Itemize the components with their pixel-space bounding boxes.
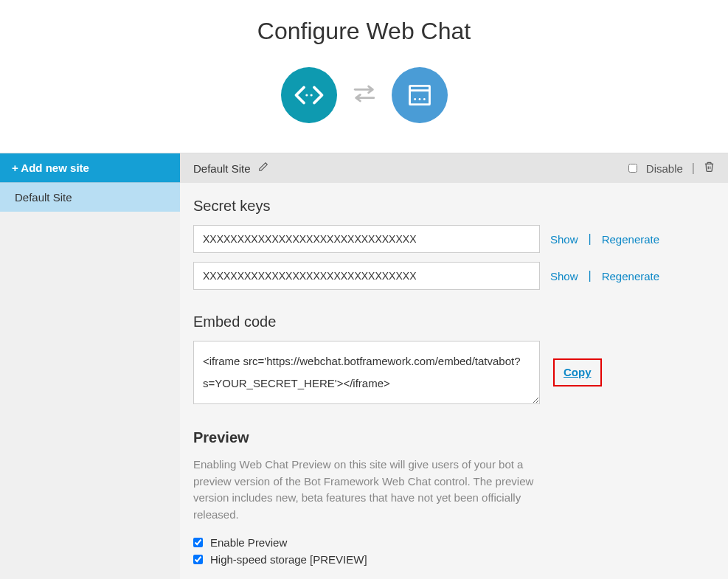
svg-point-1 <box>310 94 312 96</box>
high-speed-storage-checkbox[interactable] <box>193 555 203 564</box>
regenerate-key-2-link[interactable]: Regenerate <box>602 270 659 282</box>
show-key-2-link[interactable]: Show <box>550 270 578 282</box>
page-title: Configure Web Chat <box>0 0 728 67</box>
svg-point-0 <box>305 94 308 96</box>
svg-point-7 <box>418 98 420 100</box>
secret-key-row: Show | Regenerate <box>193 225 715 253</box>
preview-description: Enabling Web Chat Preview on this site w… <box>193 457 562 523</box>
content-header: Default Site Disable | <box>180 153 728 183</box>
preview-title: Preview <box>193 429 715 446</box>
embed-code-textarea[interactable]: <iframe src='https://webchat.botframewor… <box>193 341 540 404</box>
separator: | <box>589 269 592 282</box>
secret-keys-title: Secret keys <box>193 198 715 215</box>
regenerate-key-1-link[interactable]: Regenerate <box>602 233 659 246</box>
svg-rect-4 <box>409 86 429 104</box>
secret-key-input-2[interactable] <box>193 262 540 290</box>
secret-key-input-1[interactable] <box>193 225 540 253</box>
disable-checkbox[interactable] <box>628 164 637 173</box>
delete-icon[interactable] <box>704 161 715 176</box>
main-container: + Add new site Default Site Default Site… <box>0 153 728 579</box>
edit-icon[interactable] <box>258 162 268 175</box>
header-icon-row <box>0 67 728 153</box>
high-speed-storage-label: High-speed storage [PREVIEW] <box>210 553 367 566</box>
content-area: Default Site Disable | <box>180 153 728 579</box>
embed-code-title: Embed code <box>193 313 715 330</box>
add-new-site-button[interactable]: + Add new site <box>0 153 180 182</box>
secret-key-row: Show | Regenerate <box>193 262 715 290</box>
separator: | <box>589 232 592 246</box>
show-key-1-link[interactable]: Show <box>550 233 578 246</box>
enable-preview-checkbox[interactable] <box>193 538 203 547</box>
separator: | <box>692 162 695 175</box>
enable-preview-row[interactable]: Enable Preview <box>193 536 715 549</box>
site-name-label: Default Site <box>193 162 251 175</box>
high-speed-storage-row[interactable]: High-speed storage [PREVIEW] <box>193 553 715 566</box>
browser-chat-icon <box>392 67 448 123</box>
copy-embed-link[interactable]: Copy <box>564 366 592 378</box>
copy-highlight-box: Copy <box>553 358 602 386</box>
swap-arrows-icon <box>352 83 377 108</box>
sidebar-item-default-site[interactable]: Default Site <box>0 182 180 212</box>
enable-preview-label: Enable Preview <box>210 536 287 549</box>
sidebar: + Add new site Default Site <box>0 153 180 579</box>
disable-label[interactable]: Disable <box>646 162 683 175</box>
code-icon <box>281 67 337 123</box>
svg-point-8 <box>423 98 425 100</box>
svg-point-6 <box>414 98 416 100</box>
